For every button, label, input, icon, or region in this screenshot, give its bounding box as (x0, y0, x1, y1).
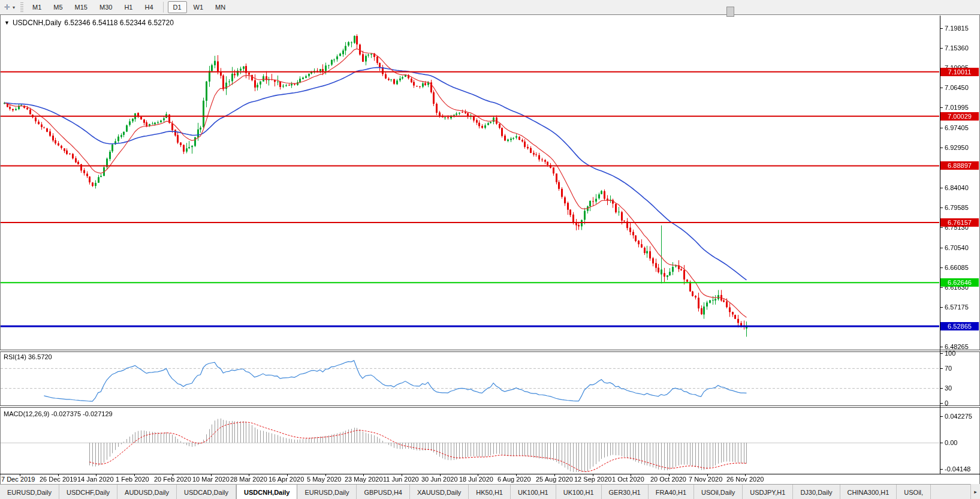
chart-tool-icon[interactable]: ✛ (2, 2, 12, 12)
date-tick (58, 474, 59, 476)
macd-tick-label: 0.00 (945, 439, 957, 446)
timeframe-button-H4[interactable]: H4 (139, 1, 158, 13)
symbol-tab-AUDUSD-Daily[interactable]: AUDUSD,Daily (117, 485, 177, 499)
date-tick (363, 474, 364, 476)
price-tick-dash (940, 88, 943, 88)
date-label: 1 Feb 2020 (116, 476, 149, 483)
date-label: 10 Mar 2020 (192, 476, 230, 483)
date-tick (478, 474, 478, 476)
date-label: 26 Nov 2020 (726, 476, 764, 483)
symbol-tab-USDJPY-H1[interactable]: USDJPY,H1 (743, 485, 793, 499)
date-label: 11 Jun 2020 (383, 476, 419, 483)
timeframe-button-MN[interactable]: MN (210, 1, 231, 13)
chart-title: ▼ USDCNH,Daily 6.52346 6.54118 6.52344 6… (4, 19, 174, 27)
timeframe-toolbar: ✛ ▾ M1M5M15M30H1H4D1W1MN (0, 0, 980, 15)
time-axis-line (0, 474, 980, 474)
price-tick-label: 6.66085 (945, 264, 969, 271)
date-tick (173, 474, 173, 476)
symbol-tab-UK100-H1[interactable]: UK100,H1 (556, 485, 602, 499)
rsi-tick-label: 100 (945, 350, 955, 357)
symbol-tab-USOil-Daily[interactable]: USOil,Daily (694, 485, 743, 499)
rsi-tick-dash (940, 353, 943, 354)
main-chart-canvas[interactable] (1, 16, 939, 350)
price-tick-dash (940, 28, 943, 29)
price-tick-label: 6.57175 (945, 303, 969, 311)
macd-tick-label: 0.042275 (945, 413, 972, 420)
date-label: 20 Feb 2020 (154, 476, 191, 483)
date-tick (516, 474, 517, 476)
rsi-pane-canvas[interactable] (1, 351, 939, 406)
rsi-tick-dash (940, 388, 943, 389)
date-label: 14 Jan 2020 (77, 476, 114, 483)
timeframe-button-D1[interactable]: D1 (168, 1, 187, 13)
hline-price-label: 6.88897 (940, 161, 979, 170)
price-tick-dash (940, 48, 943, 49)
date-tick (134, 474, 135, 476)
symbol-tab-GBPUSD-H4[interactable]: GBPUSD,H4 (357, 485, 410, 499)
price-tick-dash (940, 107, 943, 108)
date-tick (745, 474, 746, 476)
date-tick (554, 474, 555, 476)
macd-name: MACD(12,26,9) (4, 410, 49, 417)
price-tick-label: 7.15360 (945, 44, 969, 52)
price-tick-label: 6.70540 (945, 244, 969, 251)
symbol-tab-USDCHF-Daily[interactable]: USDCHF,Daily (59, 485, 117, 499)
timeframe-button-M5[interactable]: M5 (48, 1, 68, 13)
timeframe-button-M1[interactable]: M1 (27, 1, 47, 13)
symbol-tab-UK100-H1[interactable]: UK100,H1 (511, 485, 556, 499)
symbol-dropdown-icon[interactable]: ▼ (4, 20, 10, 26)
symbol-tab-FRA40-H1[interactable]: FRA40,H1 (649, 485, 694, 499)
date-label: 25 Aug 2020 (536, 476, 573, 483)
toolbar-separator (163, 2, 164, 13)
hline-price-label: 6.76157 (940, 218, 979, 227)
macd-tick-dash (940, 416, 943, 417)
price-tick-label: 6.97405 (945, 124, 969, 131)
symbol-tab-USDCAD-Daily[interactable]: USDCAD,Daily (177, 485, 236, 499)
symbol-tab-USOil[interactable]: USOil, (897, 485, 931, 499)
date-label: 1 Oct 2020 (612, 476, 644, 483)
date-label: 30 Jun 2020 (421, 476, 458, 483)
price-axis-line (940, 16, 940, 474)
chart-tool-dropdown-icon[interactable]: ▾ (13, 5, 15, 10)
macd-pane-canvas[interactable] (1, 408, 939, 474)
timeframe-buttons: M1M5M15M30H1H4D1W1MN (26, 1, 231, 13)
date-tick (402, 474, 402, 476)
symbol-tab-USDCNH-Daily[interactable]: USDCNH,Daily (236, 485, 297, 499)
price-tick-label: 6.79585 (945, 204, 969, 211)
timeframe-button-M30[interactable]: M30 (94, 1, 117, 13)
date-tick (211, 474, 212, 476)
symbol-tab-HK50-H1[interactable]: HK50,H1 (469, 485, 511, 499)
symbol-tab-GER30-H1[interactable]: GER30,H1 (602, 485, 649, 499)
date-tick (707, 474, 708, 476)
date-label: 5 May 2020 (307, 476, 341, 483)
price-tick-dash (940, 287, 943, 288)
date-label: 28 Mar 2020 (230, 476, 267, 483)
symbol-tab-EURUSD-Daily[interactable]: EURUSD,Daily (0, 485, 59, 499)
symbol-tab-XAUUSD-Daily[interactable]: XAUUSD,Daily (410, 485, 469, 499)
symbol-tab-EURUSD-Daily[interactable]: EURUSD,Daily (297, 485, 357, 499)
timeframe-button-W1[interactable]: W1 (188, 1, 209, 13)
date-label: 12 Sep 2020 (574, 476, 611, 483)
price-tick-dash (940, 227, 943, 228)
timeframe-button-H1[interactable]: H1 (119, 1, 138, 13)
date-tick (96, 474, 97, 476)
date-label: 7 Dec 2019 (1, 476, 35, 483)
date-label: 7 Nov 2020 (689, 476, 722, 483)
price-tick-dash (940, 188, 943, 188)
price-tick-label: 7.06450 (945, 84, 969, 91)
date-tick (593, 474, 593, 476)
symbol-tab-DJ30-Daily[interactable]: DJ30,Daily (793, 485, 840, 499)
date-tick (249, 474, 249, 476)
price-tick-label: 7.19815 (945, 25, 969, 32)
symbol-tab-CHINA300-H1[interactable]: CHINA300,H1 (840, 485, 897, 499)
toolbar-grip[interactable] (20, 2, 23, 12)
rsi-value: 36.5720 (28, 353, 52, 360)
price-tick-label: 7.01995 (945, 104, 969, 111)
timeframe-button-M15[interactable]: M15 (70, 1, 93, 13)
price-tick-dash (940, 267, 943, 268)
date-label: 18 Jul 2020 (459, 476, 493, 483)
date-tick (20, 474, 20, 476)
tab-scroll-right-icon[interactable]: ▸ (970, 484, 980, 499)
macd-tick-dash (940, 469, 943, 470)
date-label: 6 Aug 2020 (497, 476, 531, 483)
